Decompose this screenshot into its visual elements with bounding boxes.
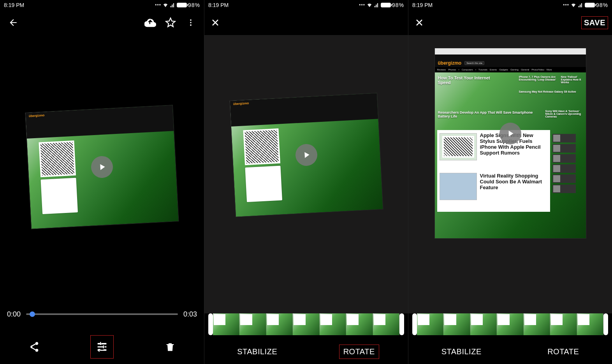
video-frame-thumbnail-rotated: übergizmo Search this site ReviewsPhones… bbox=[434, 48, 586, 239]
more-dots-icon: ••• bbox=[563, 2, 569, 8]
wifi-icon bbox=[367, 2, 372, 8]
trash-icon[interactable] bbox=[158, 335, 182, 359]
screen-video-viewer: 8:19 PM ••• 98% bbox=[0, 0, 204, 364]
trim-handle-left[interactable] bbox=[208, 313, 213, 335]
status-time: 8:19 PM bbox=[208, 2, 229, 8]
edit-sliders-icon[interactable] bbox=[90, 335, 114, 359]
article-2-title: Virtual Reality Shopping Could Soon Be A… bbox=[480, 173, 546, 190]
stabilize-button[interactable]: STABILIZE bbox=[233, 345, 281, 359]
svg-point-2 bbox=[190, 25, 192, 26]
signal-icon bbox=[578, 2, 583, 8]
share-icon[interactable] bbox=[22, 335, 46, 359]
playback-bar: 0:00 0:03 bbox=[0, 299, 204, 330]
cloud-upload-icon[interactable] bbox=[143, 16, 157, 30]
status-bar: 8:19 PM ••• 98% bbox=[408, 0, 612, 10]
website-nav: ReviewsPhones•Computers•TutorialsEventsG… bbox=[435, 67, 586, 72]
side-headline-1: iPhone 7, 7 Plus Owners Are Encountering… bbox=[519, 76, 558, 81]
editor-topbar bbox=[204, 10, 408, 35]
trim-handle-left[interactable] bbox=[412, 313, 417, 335]
rotate-button[interactable]: ROTATE bbox=[543, 345, 583, 359]
editor-tabs: STABILIZE ROTATE bbox=[204, 339, 408, 364]
svg-rect-6 bbox=[104, 346, 106, 348]
editor-topbar: SAVE bbox=[408, 10, 612, 35]
rotate-button[interactable]: ROTATE bbox=[339, 345, 379, 359]
editor-preview-area[interactable]: übergizmo Search this site ReviewsPhones… bbox=[408, 35, 612, 313]
close-icon[interactable] bbox=[412, 16, 426, 30]
screen-video-editor: 8:19 PM ••• 98% übergizmo bbox=[204, 0, 408, 364]
battery-indicator: 98% bbox=[381, 2, 404, 8]
more-dots-icon: ••• bbox=[155, 2, 161, 8]
side-headline-2: Sony Will Have A 'Serious' Nikon & Canon… bbox=[545, 110, 584, 118]
trim-filmstrip[interactable] bbox=[208, 313, 404, 335]
svg-rect-8 bbox=[100, 350, 106, 351]
status-time: 8:19 PM bbox=[412, 2, 433, 8]
wifi-icon bbox=[571, 2, 576, 8]
battery-indicator: 98% bbox=[585, 2, 608, 8]
play-icon[interactable] bbox=[499, 123, 521, 144]
screen-video-editor-rotated: 8:19 PM ••• 98% SAVE übergizmo Search th… bbox=[408, 0, 612, 364]
trim-handle-right[interactable] bbox=[603, 313, 608, 335]
signal-icon bbox=[170, 2, 175, 8]
back-arrow-icon[interactable] bbox=[6, 16, 20, 30]
stabilize-button[interactable]: STABILIZE bbox=[438, 345, 485, 359]
play-icon[interactable] bbox=[91, 155, 114, 178]
svg-point-1 bbox=[190, 22, 192, 23]
playback-duration: 0:03 bbox=[183, 310, 197, 318]
hero-headline: How To Test Your Internet Speed bbox=[438, 76, 504, 85]
svg-point-0 bbox=[190, 19, 192, 21]
svg-rect-9 bbox=[100, 342, 101, 345]
trim-filmstrip[interactable] bbox=[412, 313, 608, 335]
video-frame-thumbnail: übergizmo bbox=[25, 105, 179, 229]
trim-handle-right[interactable] bbox=[399, 313, 404, 335]
video-preview-area[interactable]: übergizmo bbox=[0, 35, 204, 299]
viewer-topbar bbox=[0, 10, 204, 35]
status-time: 8:19 PM bbox=[4, 2, 24, 8]
more-dots-icon: ••• bbox=[359, 2, 365, 8]
battery-percent: 98% bbox=[188, 2, 200, 8]
search-box: Search this site bbox=[464, 61, 484, 65]
close-icon[interactable] bbox=[208, 16, 222, 30]
status-bar: 8:19 PM ••• 98% bbox=[0, 0, 204, 10]
playback-slider[interactable] bbox=[26, 313, 178, 315]
battery-percent: 98% bbox=[596, 2, 608, 8]
editor-preview-area[interactable]: übergizmo bbox=[204, 35, 408, 313]
battery-percent: 98% bbox=[392, 2, 404, 8]
video-frame-thumbnail: übergizmo bbox=[229, 93, 383, 217]
website-logo: übergizmo bbox=[438, 60, 462, 66]
save-button[interactable]: SAVE bbox=[584, 18, 605, 27]
svg-rect-5 bbox=[98, 346, 104, 348]
wifi-icon bbox=[163, 2, 168, 8]
side-headline-1b: New 'Fallout' Explains How It Works bbox=[561, 76, 584, 84]
svg-rect-4 bbox=[102, 343, 107, 344]
signal-icon bbox=[374, 2, 379, 8]
overflow-menu-icon[interactable] bbox=[184, 16, 198, 30]
status-bar: 8:19 PM ••• 98% bbox=[204, 0, 408, 10]
banner-headline-2: Researchers Develop An App That Will Sav… bbox=[438, 111, 539, 118]
star-icon[interactable] bbox=[164, 16, 178, 30]
viewer-action-row bbox=[0, 330, 204, 364]
battery-indicator: 98% bbox=[177, 2, 200, 8]
strip-headline: Samsung May Not Release Galaxy S9 Active bbox=[519, 90, 584, 93]
editor-tabs: STABILIZE ROTATE bbox=[408, 339, 612, 364]
playback-current-time: 0:00 bbox=[7, 310, 21, 318]
svg-rect-11 bbox=[98, 349, 100, 352]
svg-rect-10 bbox=[103, 345, 104, 348]
play-icon[interactable] bbox=[295, 143, 318, 166]
